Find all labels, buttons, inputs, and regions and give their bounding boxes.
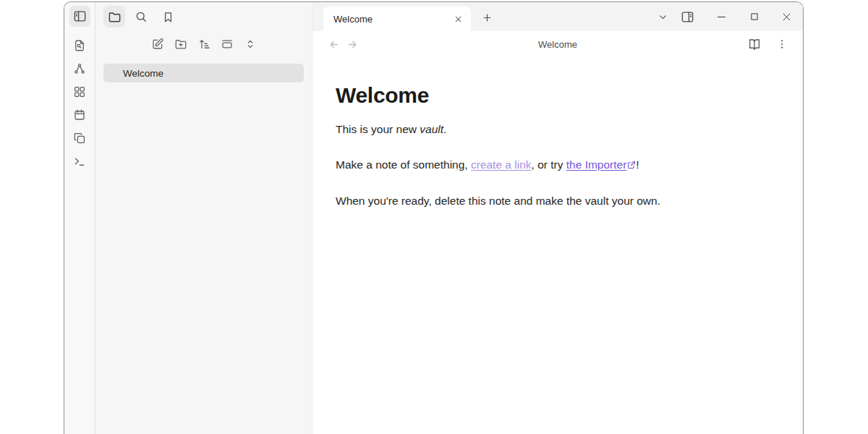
plus-icon	[482, 12, 493, 23]
file-explorer-sidebar: Welcome	[95, 2, 312, 434]
note-paragraph-3: When you're ready, delete this note and …	[336, 194, 774, 208]
file-item-label: Welcome	[123, 68, 163, 79]
maximize-icon	[749, 12, 760, 22]
search-icon	[135, 10, 148, 23]
maximize-button[interactable]	[738, 2, 770, 31]
note-content: Welcome This is your new vault. Make a n…	[312, 57, 803, 229]
new-folder-button[interactable]	[172, 35, 190, 53]
x-icon	[454, 14, 463, 24]
book-open-icon	[748, 38, 761, 51]
view-title: Welcome	[312, 39, 803, 50]
command-palette-button[interactable]	[71, 153, 88, 170]
note-paragraph-1: This is your new vault.	[336, 122, 774, 137]
create-a-link-internal-link[interactable]: create a link	[471, 158, 532, 171]
panel-left-icon	[73, 9, 87, 23]
tab-title: Welcome	[333, 14, 449, 25]
italic-text: vault	[420, 123, 443, 135]
paragraph-text: !	[636, 158, 639, 171]
sort-order-button[interactable]	[195, 35, 213, 53]
new-note-button[interactable]	[149, 35, 166, 53]
explorer-toolbar	[95, 35, 312, 56]
view-header-actions	[745, 35, 791, 54]
expand-collapse-all-button[interactable]	[242, 35, 259, 53]
obsidian-window: Welcome Welcome	[64, 1, 804, 434]
sidebar-tab-switcher	[95, 2, 312, 31]
arrow-right-icon	[346, 38, 359, 51]
line-over-rect-icon	[221, 38, 234, 51]
panel-right-icon	[681, 10, 694, 24]
quick-switcher-button[interactable]	[71, 37, 88, 54]
paragraph-text: .	[443, 123, 446, 135]
paragraph-text: This is your new	[336, 123, 420, 135]
chevrons-up-down-icon	[244, 38, 257, 51]
view-header: Welcome	[312, 31, 803, 57]
square-pen-icon	[151, 38, 164, 51]
file-item-welcome[interactable]: Welcome	[103, 64, 304, 82]
arrow-up-narrow-wide-icon	[197, 38, 210, 51]
layout-grid-icon	[73, 85, 86, 98]
minimize-button[interactable]	[705, 2, 738, 31]
tab-welcome[interactable]: Welcome	[323, 7, 471, 31]
chevron-down-icon	[658, 12, 668, 22]
close-window-button[interactable]	[770, 2, 803, 31]
external-link-icon	[627, 158, 636, 173]
main-pane: Welcome	[312, 2, 803, 434]
ribbon-actions	[71, 37, 88, 170]
folder-plus-icon	[174, 38, 187, 51]
tab-list-button[interactable]	[652, 6, 673, 27]
note-heading: Welcome	[336, 83, 774, 108]
bookmark-icon	[162, 11, 174, 23]
tab-bar: Welcome	[312, 2, 803, 31]
search-tab[interactable]	[130, 6, 152, 27]
left-ribbon	[64, 2, 95, 434]
reading-mode-button[interactable]	[745, 35, 764, 54]
copy-icon	[73, 132, 86, 145]
toggle-left-sidebar-button[interactable]	[69, 6, 90, 27]
the-importer-external-link[interactable]: the Importer	[566, 158, 627, 171]
minimize-icon	[716, 12, 727, 22]
bookmarks-tab[interactable]	[157, 6, 179, 27]
files-tab[interactable]	[103, 6, 125, 27]
navigate-forward-button[interactable]	[343, 35, 362, 54]
toggle-right-sidebar-button[interactable]	[676, 6, 698, 27]
new-tab-button[interactable]	[477, 7, 497, 27]
ellipsis-vertical-icon	[776, 38, 788, 50]
folder-icon	[108, 10, 122, 24]
terminal-icon	[73, 155, 86, 168]
close-icon	[781, 12, 792, 22]
file-list: Welcome	[95, 64, 312, 82]
paragraph-text: , or try	[532, 158, 566, 171]
graph-icon	[73, 62, 86, 75]
navigate-back-button[interactable]	[324, 35, 343, 54]
arrow-left-icon	[328, 38, 340, 51]
calendar-icon	[73, 109, 86, 122]
more-options-button[interactable]	[773, 35, 791, 54]
daily-note-button[interactable]	[71, 106, 88, 124]
graph-view-button[interactable]	[71, 60, 88, 77]
paragraph-text: Make a note of something,	[336, 158, 471, 171]
titlebar-right-controls	[652, 2, 803, 31]
new-canvas-button[interactable]	[71, 83, 88, 101]
file-search-icon	[73, 39, 86, 52]
close-tab-button[interactable]	[449, 10, 467, 27]
panel-top-button[interactable]	[218, 35, 236, 53]
insert-template-button[interactable]	[71, 129, 88, 147]
note-paragraph-2: Make a note of something, create a link,…	[336, 158, 774, 173]
